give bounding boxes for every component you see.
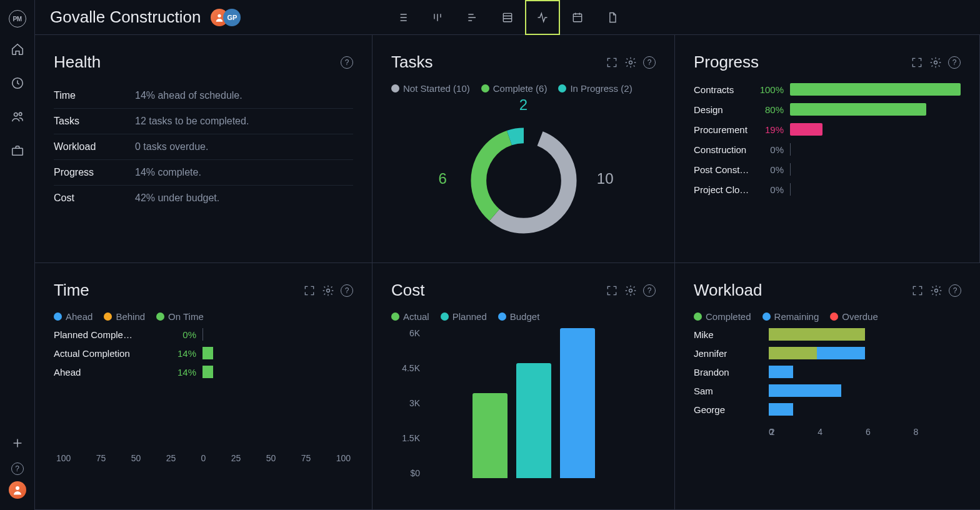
workload-row: Mike [694, 328, 961, 341]
legend-item: On Time [156, 311, 204, 322]
time-pct: 0% [159, 329, 196, 340]
expand-icon[interactable] [911, 284, 924, 297]
card-cost: Cost ? ActualPlannedBudget 6K4.5K3K1.5K$… [372, 263, 675, 510]
help-icon[interactable]: ? [949, 284, 961, 297]
time-track [202, 366, 353, 378]
help-icon[interactable]: ? [11, 462, 24, 475]
expand-icon[interactable] [606, 284, 618, 297]
time-label: Actual Completion [54, 348, 159, 359]
time-label: Ahead [54, 367, 159, 378]
plus-icon[interactable] [11, 436, 24, 450]
tab-gantt[interactable] [455, 0, 490, 35]
legend-item: Behind [104, 311, 145, 322]
legend-item: Complete (6) [481, 83, 548, 94]
card-title: Health [54, 52, 101, 72]
gear-icon[interactable] [624, 56, 637, 69]
health-row: Cost 42% under budget. [54, 186, 353, 211]
legend-item: Actual [391, 311, 429, 322]
progress-bar [790, 183, 961, 196]
left-rail: PM ? [0, 0, 35, 510]
workload-label: Sam [694, 386, 769, 396]
progress-bar [790, 103, 961, 116]
card-title: Workload [694, 281, 762, 300]
progress-bar [790, 163, 961, 176]
progress-row: Post Const… 0% [694, 163, 961, 176]
briefcase-icon[interactable] [11, 144, 24, 158]
donut-label-complete: 6 [439, 170, 447, 188]
member-avatar[interactable]: GP [223, 9, 241, 26]
help-icon[interactable]: ? [341, 56, 353, 69]
workload-bar [769, 403, 961, 416]
legend-item: Planned [441, 311, 487, 322]
team-icon[interactable] [11, 110, 24, 124]
workload-bar [769, 328, 961, 341]
time-pct: 14% [159, 367, 196, 378]
project-members[interactable]: GP [211, 9, 241, 26]
workload-row: Sam [694, 384, 961, 397]
tasks-donut-chart: 2 10 6 [442, 100, 605, 244]
progress-row: Project Clo… 0% [694, 183, 961, 196]
expand-icon[interactable] [911, 56, 923, 69]
card-title: Cost [391, 281, 424, 300]
progress-row: Procurement 19% [694, 123, 961, 136]
progress-pct: 0% [755, 164, 784, 175]
time-row: Planned Comple… 0% [54, 328, 353, 341]
expand-icon[interactable] [303, 284, 316, 297]
health-row: Time 14% ahead of schedule. [54, 83, 353, 109]
cost-legend: ActualPlannedBudget [391, 311, 656, 322]
svg-rect-6 [503, 13, 511, 21]
progress-bar [790, 123, 961, 136]
svg-point-4 [16, 486, 19, 490]
health-row: Tasks 12 tasks to be completed. [54, 109, 353, 134]
app-logo[interactable]: PM [9, 10, 26, 28]
time-label: Planned Comple… [54, 329, 159, 340]
view-tabs [385, 0, 630, 35]
progress-label: Project Clo… [694, 184, 755, 195]
help-icon[interactable]: ? [341, 284, 353, 297]
workload-bar [769, 347, 961, 359]
tab-list[interactable] [385, 0, 420, 35]
help-icon[interactable]: ? [948, 56, 961, 69]
time-legend: AheadBehindOn Time [54, 311, 353, 322]
tab-files[interactable] [595, 0, 630, 35]
progress-pct: 0% [755, 144, 784, 155]
user-avatar[interactable] [9, 481, 26, 499]
workload-label: Mike [694, 329, 769, 340]
progress-pct: 19% [755, 124, 784, 135]
progress-label: Contracts [694, 84, 755, 95]
workload-row: George [694, 403, 961, 416]
tab-dashboard[interactable] [525, 0, 560, 35]
tab-calendar[interactable] [560, 0, 595, 35]
project-title: Govalle Construction [50, 8, 201, 27]
tab-sheet[interactable] [490, 0, 525, 35]
progress-pct: 0% [755, 184, 784, 195]
help-icon[interactable]: ? [643, 284, 656, 297]
donut-label-notstarted: 10 [597, 170, 614, 188]
svg-point-2 [19, 112, 22, 116]
gear-icon[interactable] [929, 56, 942, 69]
card-time: Time ? AheadBehindOn Time Planned Comple… [35, 263, 372, 510]
progress-label: Construction [694, 144, 755, 155]
cost-bar [472, 393, 508, 478]
svg-point-1 [14, 113, 18, 117]
gear-icon[interactable] [624, 284, 637, 297]
health-label: Cost [54, 192, 135, 204]
legend-item: Overdue [830, 311, 878, 322]
home-icon[interactable] [11, 42, 24, 56]
health-value: 42% under budget. [135, 192, 219, 204]
legend-item: In Progress (2) [558, 83, 632, 94]
time-row: Actual Completion 14% [54, 347, 353, 359]
clock-icon[interactable] [11, 76, 24, 90]
progress-row: Design 80% [694, 103, 961, 116]
expand-icon[interactable] [606, 56, 618, 69]
health-value: 14% ahead of schedule. [135, 90, 242, 101]
card-title: Progress [694, 52, 759, 72]
tab-board[interactable] [420, 0, 455, 35]
gear-icon[interactable] [322, 284, 334, 297]
gear-icon[interactable] [930, 284, 942, 297]
svg-point-5 [218, 14, 221, 17]
health-row: Workload 0 tasks overdue. [54, 134, 353, 160]
tasks-legend: Not Started (10)Complete (6)In Progress … [391, 83, 656, 94]
legend-item: Remaining [762, 311, 819, 322]
help-icon[interactable]: ? [643, 56, 656, 69]
